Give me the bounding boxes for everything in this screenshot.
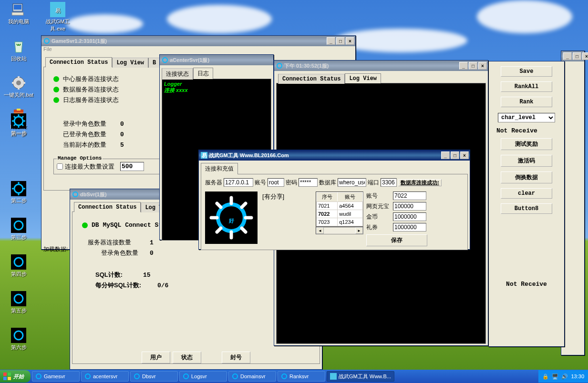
tab-log-view[interactable]: Log View (345, 73, 381, 83)
icon-label: 一键关闭.bat (4, 92, 33, 98)
minimize-button[interactable]: _ (441, 151, 450, 159)
icon-step5[interactable]: 第五步 (2, 291, 35, 314)
rank-button[interactable]: Rank (501, 97, 552, 107)
minimize-button[interactable]: _ (563, 52, 572, 60)
menu-file[interactable]: File (43, 46, 52, 52)
table-row: 7022wudil (317, 210, 363, 218)
test-reward-button[interactable]: 测试奖励 (501, 138, 552, 150)
taskbar-gmtool[interactable]: 战武GM工具 Www.B... (327, 371, 394, 382)
maximize-button[interactable]: □ (573, 52, 581, 60)
ticket-input[interactable] (393, 223, 426, 232)
taskbar-domainsvr[interactable]: Domainsvr (228, 371, 276, 382)
tab-conn-status[interactable]: 连接状态 (162, 68, 193, 80)
icon-recycle[interactable]: 回收站 (2, 39, 35, 62)
swap-data-button[interactable]: 倒换数据 (501, 171, 552, 183)
maximize-button[interactable]: □ (336, 37, 345, 45)
password-input[interactable] (299, 178, 318, 187)
server-input[interactable] (224, 178, 253, 187)
wheel-icon (11, 291, 26, 306)
save-detail-button[interactable]: 保存 (366, 234, 427, 246)
tab-connection-status[interactable]: Connection Status (74, 202, 141, 212)
grid-hscroll[interactable]: ◄► (316, 227, 363, 234)
maximize-button[interactable]: □ (469, 62, 477, 70)
svg-point-64 (184, 374, 188, 379)
start-button[interactable]: 开始 (0, 370, 31, 383)
sql-label: SQL计数: (95, 271, 143, 279)
tab-log-view[interactable]: Log View (112, 58, 148, 68)
svg-rect-7 (18, 76, 20, 79)
wheel-icon (11, 218, 26, 233)
webgold-input[interactable] (393, 202, 426, 211)
account-grid[interactable]: 序号账号 7021a4564 7022wudil 7023q1234 (316, 192, 363, 227)
database-input[interactable] (338, 178, 366, 187)
data-status-label: 数据服务器连接状态 (63, 85, 119, 94)
button8[interactable]: Button8 (501, 203, 552, 214)
window-title: GameSvr1.2:3101(1服) (52, 38, 327, 45)
maxconn-input[interactable] (120, 162, 144, 171)
activation-code-button[interactable]: 激活码 (501, 155, 552, 167)
icon-step2[interactable]: 第二步 (2, 181, 35, 204)
icon-step6[interactable]: 第六步 (2, 328, 35, 351)
minimize-button[interactable]: _ (459, 62, 468, 70)
window-title: 下午 01:30:52(1服) (284, 62, 459, 70)
state-button[interactable]: 状态 (173, 352, 201, 363)
level-dropdown[interactable]: char_level (498, 113, 555, 122)
tab-connection-status[interactable]: Connection Status (278, 74, 345, 84)
rankall-button[interactable]: RankAll (501, 81, 552, 92)
icon-closeall[interactable]: 一键关闭.bat (2, 75, 35, 99)
taskbar-ranksvr[interactable]: Ranksvr (278, 371, 325, 382)
tab-b[interactable]: B (148, 58, 160, 68)
database-label: 数据库 (319, 179, 336, 187)
close-button[interactable]: × (346, 37, 354, 45)
svg-point-66 (282, 374, 287, 379)
taskbar-gamesvr[interactable]: Gamesvr (32, 371, 80, 382)
icon-step1b[interactable]: 第一步 (2, 113, 35, 137)
tray-icon[interactable]: 🖥️ (552, 373, 558, 380)
tab-connect-recharge[interactable]: 连接和充值 (201, 163, 238, 174)
close-button[interactable]: × (478, 62, 487, 70)
port-input[interactable] (381, 178, 397, 187)
clear-button[interactable]: clear (501, 188, 552, 199)
system-tray[interactable]: 🔒 🖥️ 🔊 13:30 (538, 370, 588, 383)
tab-connection-status[interactable]: Connection Status (45, 57, 112, 67)
sqlpm-value: 0/6 (157, 282, 168, 289)
tab-log[interactable]: 日志 (193, 68, 213, 79)
acct-input[interactable] (393, 192, 426, 200)
minimize-button[interactable]: _ (327, 37, 335, 45)
app-icon (162, 57, 168, 63)
close-button[interactable]: × (460, 151, 469, 159)
close-button[interactable]: × (582, 52, 588, 60)
icon-label: 战武GM工具.exe (46, 19, 70, 31)
save-button[interactable]: Save (501, 66, 552, 77)
instance-label: 当前副本的数量 (63, 141, 120, 149)
gold-input[interactable] (393, 212, 426, 221)
icon-step4[interactable]: 第四步 (2, 254, 35, 278)
svg-point-44 (277, 63, 282, 68)
ban-button[interactable]: 封号 (222, 352, 250, 363)
svg-line-54 (217, 228, 221, 232)
taskbar-logsvr[interactable]: Logsvr (179, 371, 227, 382)
icon-gmtool-exe[interactable]: 易 战武GM工具.exe (41, 2, 74, 32)
maxconn-label: 连接最大数量设置 (65, 162, 114, 171)
maximize-button[interactable]: □ (451, 151, 459, 159)
account-input[interactable] (268, 178, 284, 187)
icon-step3[interactable]: 第三步 (2, 218, 35, 241)
log-line: 连接 xxxx (164, 87, 269, 94)
tray-icon[interactable]: 🔊 (561, 373, 568, 380)
svg-line-52 (217, 203, 221, 207)
taskbar-acentersvr[interactable]: acentersvr (81, 371, 129, 382)
svg-text:易: 易 (201, 152, 207, 158)
taskbar-dbsvr[interactable]: Dbsvr (130, 371, 178, 382)
windows-icon (3, 372, 11, 381)
status-led (53, 76, 59, 82)
tray-icon[interactable]: 🔒 (542, 373, 549, 380)
maxconn-checkbox[interactable] (57, 163, 63, 170)
icon-mycomputer[interactable]: 我的电脑 (2, 2, 35, 25)
svg-point-41 (44, 39, 49, 43)
user-button[interactable]: 用户 (142, 352, 170, 363)
db-connect-button[interactable]: 数据库连接成功! (398, 179, 442, 186)
gear-icon (11, 75, 26, 91)
desktop: 我的电脑 易 战武GM工具.exe 回收站 一键关闭.bat N11.7z 第一… (0, 0, 588, 370)
window-title: 战武GM工具 Www.BL20166.Com (209, 152, 441, 159)
icon-label: 我的电脑 (8, 19, 29, 24)
